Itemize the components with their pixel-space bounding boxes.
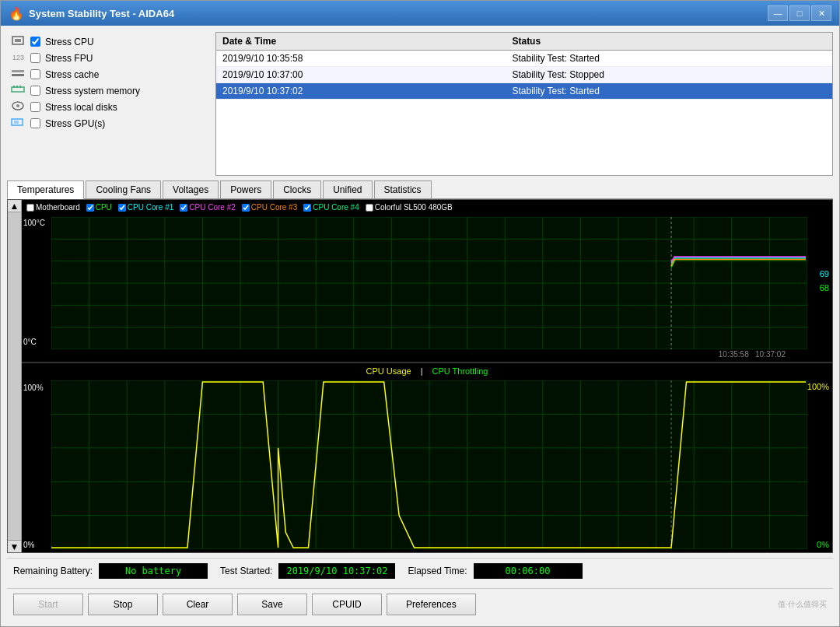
temp-time-label: 10:35:58 10:37:02 — [719, 350, 786, 359]
cpu-throttling-label: CPU Throttling — [432, 366, 488, 376]
scroll-up-button[interactable]: ▲ — [8, 200, 21, 212]
legend-cpu-core1[interactable]: CPU Core #1 — [118, 203, 173, 212]
bottom-buttons: Start Stop Clear Save CPUID Preferences — [13, 594, 476, 615]
log-row-3[interactable]: 2019/9/10 10:37:02 Stability Test: Start… — [216, 83, 832, 100]
svg-rect-6 — [13, 86, 15, 88]
stress-fpu-checkbox[interactable] — [30, 53, 40, 63]
legend-ssd-checkbox[interactable] — [366, 204, 373, 212]
svg-rect-7 — [16, 86, 18, 88]
tab-unified[interactable]: Unified — [323, 180, 372, 198]
legend-cpu-core1-label: CPU Core #1 — [128, 203, 173, 212]
tabs-bar: Temperatures Cooling Fans Voltages Power… — [7, 180, 833, 199]
cpu-chart-canvas — [51, 380, 807, 549]
tab-clocks[interactable]: Clocks — [273, 180, 321, 198]
elapsed-label: Elapsed Time: — [408, 566, 467, 576]
tabs-section: Temperatures Cooling Fans Voltages Power… — [7, 180, 833, 553]
cpu-chart-container: CPU Usage | CPU Throttling 100% 0% 100% … — [22, 363, 832, 552]
log-table: Date & Time Status 2019/9/10 10:35:58 St… — [216, 33, 832, 100]
scroll-down-button[interactable]: ▼ — [8, 540, 21, 552]
clear-button[interactable]: Clear — [163, 594, 233, 615]
battery-label: Remaining Battery: — [13, 566, 93, 576]
memory-icon — [10, 84, 26, 97]
legend-cpu-core4-checkbox[interactable] — [303, 204, 311, 212]
stress-cache-label: Stress cache — [45, 69, 99, 80]
checkbox-stress-gpu[interactable]: Stress GPU(s) — [10, 117, 206, 130]
top-section: Stress CPU 123 Stress FPU Stress cache — [7, 32, 833, 176]
legend-cpu-core3-checkbox[interactable] — [242, 204, 250, 212]
chart-scrollbar[interactable]: ▲ ▼ — [8, 200, 22, 552]
stress-cpu-label: Stress CPU — [45, 37, 94, 47]
checkbox-stress-cpu[interactable]: Stress CPU — [10, 35, 206, 48]
svg-rect-3 — [12, 70, 24, 72]
start-button[interactable]: Start — [13, 594, 83, 615]
legend-cpu-core4[interactable]: CPU Core #4 — [303, 203, 359, 212]
legend-cpu[interactable]: CPU — [86, 203, 112, 212]
cpu-usage-label: CPU Usage — [366, 366, 411, 376]
tab-temperatures[interactable]: Temperatures — [7, 180, 84, 199]
stress-cache-checkbox[interactable] — [30, 69, 40, 79]
temp-values-right: 69 68 — [820, 267, 829, 295]
close-button[interactable]: ✕ — [811, 5, 831, 21]
temp-y-max: 100°C — [23, 219, 45, 227]
legend-ssd[interactable]: Colorful SL500 480GB — [366, 203, 453, 212]
legend-cpu-core2[interactable]: CPU Core #2 — [180, 203, 235, 212]
cpuid-button[interactable]: CPUID — [312, 594, 382, 615]
legend-cpu-core3-label: CPU Core #3 — [251, 203, 297, 212]
legend-cpu-core1-checkbox[interactable] — [118, 204, 126, 212]
legend-ssd-label: Colorful SL500 480GB — [375, 203, 453, 212]
app-icon: 🔥 — [9, 6, 24, 21]
disk-icon — [10, 100, 26, 114]
log-header-datetime: Date & Time — [216, 33, 506, 51]
temp-chart-container: Motherboard CPU CPU Core #1 — [22, 200, 832, 363]
legend-motherboard-label: Motherboard — [36, 203, 80, 212]
legend-cpu-core2-label: CPU Core #2 — [189, 203, 235, 212]
elapsed-status: Elapsed Time: 00:06:00 — [408, 563, 582, 579]
svg-text:123: 123 — [12, 54, 24, 61]
minimize-button[interactable]: — — [768, 5, 788, 21]
bottom-bar: Start Stop Clear Save CPUID Preferences … — [7, 588, 833, 620]
checkbox-stress-disks[interactable]: Stress local disks — [10, 100, 206, 114]
tab-powers[interactable]: Powers — [220, 180, 271, 198]
legend-cpu-core3[interactable]: CPU Core #3 — [242, 203, 297, 212]
log-status-3: Stability Test: Started — [506, 83, 832, 100]
checkbox-stress-memory[interactable]: Stress system memory — [10, 84, 206, 97]
stop-button[interactable]: Stop — [88, 594, 158, 615]
stress-fpu-label: Stress FPU — [45, 53, 93, 64]
elapsed-value: 00:06:00 — [474, 563, 583, 579]
preferences-button[interactable]: Preferences — [387, 594, 476, 615]
save-button[interactable]: Save — [237, 594, 307, 615]
scroll-track — [8, 212, 21, 540]
log-status-1: Stability Test: Started — [506, 51, 832, 67]
stress-disks-checkbox[interactable] — [30, 102, 40, 112]
legend-motherboard[interactable]: Motherboard — [26, 203, 80, 212]
cpu-separator: | — [421, 366, 423, 376]
started-label: Test Started: — [220, 566, 272, 576]
stress-gpu-label: Stress GPU(s) — [45, 118, 105, 129]
cpu-value-top: 100% — [807, 382, 829, 391]
log-header-status: Status — [506, 33, 832, 51]
legend-cpu-checkbox[interactable] — [86, 204, 94, 212]
stress-memory-checkbox[interactable] — [30, 86, 40, 96]
svg-rect-1 — [15, 39, 21, 42]
tab-statistics[interactable]: Statistics — [374, 180, 432, 198]
checkboxes-panel: Stress CPU 123 Stress FPU Stress cache — [7, 32, 209, 176]
log-datetime-3: 2019/9/10 10:37:02 — [216, 83, 506, 100]
temp-value-69: 69 — [820, 267, 829, 281]
log-datetime-2: 2019/9/10 10:37:00 — [216, 67, 506, 83]
checkbox-stress-cache[interactable]: Stress cache — [10, 68, 206, 81]
stress-disks-label: Stress local disks — [45, 102, 117, 113]
battery-status: Remaining Battery: No battery — [13, 563, 208, 579]
tab-cooling-fans[interactable]: Cooling Fans — [86, 180, 161, 198]
legend-motherboard-checkbox[interactable] — [26, 204, 34, 212]
cache-icon — [10, 68, 26, 81]
checkbox-stress-fpu[interactable]: 123 Stress FPU — [10, 51, 206, 65]
tab-voltages[interactable]: Voltages — [163, 180, 219, 198]
stress-gpu-checkbox[interactable] — [30, 118, 40, 128]
log-status-2: Stability Test: Stopped — [506, 67, 832, 83]
legend-cpu-core2-checkbox[interactable] — [180, 204, 187, 212]
log-row-1[interactable]: 2019/9/10 10:35:58 Stability Test: Start… — [216, 51, 832, 67]
maximize-button[interactable]: □ — [789, 5, 810, 21]
stress-cpu-checkbox[interactable] — [30, 37, 40, 47]
log-row-2[interactable]: 2019/9/10 10:37:00 Stability Test: Stopp… — [216, 67, 832, 83]
window-title: System Stability Test - AIDA64 — [29, 8, 174, 19]
